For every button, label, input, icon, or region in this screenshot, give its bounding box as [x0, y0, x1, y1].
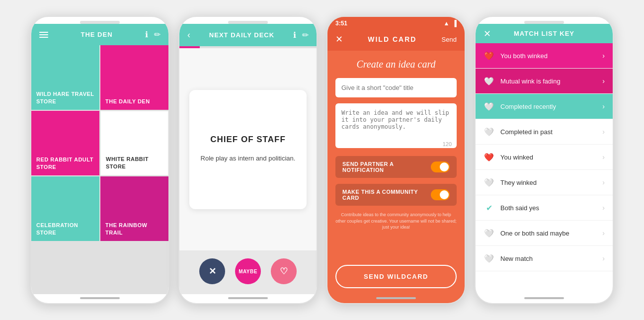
match-item-left-1: 🤍 Mutual wink is fading — [483, 76, 561, 86]
store-grid: WILD HARE TRAVEL STORE THE DAILY DEN RED… — [31, 45, 168, 294]
maybe-button[interactable]: MAYBE — [235, 258, 261, 284]
chevron-7: › — [602, 229, 605, 237]
match-item-maybe[interactable]: 🤍 One or both said maybe › — [476, 221, 613, 246]
chevron-5: › — [602, 178, 605, 186]
screen4-header: ✕ MATCH LIST KEY — [476, 24, 613, 43]
card-area: CHIEF OF STAFF Role play as intern and p… — [179, 48, 317, 250]
wildcard-subtitle: Create an idea card — [335, 59, 457, 70]
send-wildcard-button[interactable]: SEND WILDCARD — [335, 265, 457, 288]
card-title: CHIEF OF STAFF — [210, 135, 286, 145]
match-label-0: You both winked — [500, 52, 548, 60]
match-label-2: Completed recently — [500, 103, 556, 110]
grid-cell-wild-hare[interactable]: WILD HARE TRAVEL STORE — [31, 45, 99, 110]
close-match-icon[interactable]: ✕ — [483, 28, 491, 39]
card-body: Role play as intern and politician. — [201, 154, 296, 164]
screens-container: THE DEN ℹ ✏ WILD HARE TRAVEL STORE THE D… — [30, 16, 614, 304]
match-label-6: Both said yes — [500, 204, 539, 212]
match-item-you-winked[interactable]: ❤️ You winked › — [476, 145, 613, 170]
match-item-left-5: 🤍 They winked — [483, 177, 537, 188]
toggle-row-community: MAKE THIS A COMMUNITY CARD — [335, 184, 457, 206]
edit-icon2[interactable]: ✏ — [302, 30, 309, 40]
grid-cell-white-rabbit[interactable]: WHITE RABBIT STORE — [100, 111, 168, 175]
match-label-5: They winked — [500, 179, 537, 186]
match-label-7: One or both said maybe — [500, 230, 569, 237]
match-item-completed-past[interactable]: 🤍 Completed in past › — [476, 119, 613, 145]
match-item-left-7: 🤍 One or both said maybe — [483, 228, 569, 239]
heart-icon-4: ❤️ — [483, 152, 494, 162]
chevron-3: › — [602, 128, 605, 136]
screen3-title: WILD CARD — [368, 35, 416, 43]
community-note: Contribute ideas to the community anonym… — [335, 212, 457, 231]
cell-label-wild-hare: WILD HARE TRAVEL STORE — [36, 90, 94, 105]
screen3-phone: 3:51 ▲ ▐ ✕ WILD CARD Send Create an idea… — [326, 16, 466, 304]
match-label-fading: Mutual wink is fading — [500, 78, 561, 85]
match-list: ❤️ You both winked › 🤍 Mutual wink is fa… — [476, 43, 613, 294]
heart-icon-0: ❤️ — [483, 50, 494, 61]
toggle1-label: SEND PARTNER A NOTIFICATION — [342, 161, 431, 173]
match-item-both-yes[interactable]: ✔ Both said yes › — [476, 195, 613, 221]
wifi-icon: ▲ — [444, 20, 450, 27]
home-bar2 — [228, 297, 268, 299]
chevron-6: › — [602, 204, 605, 212]
heart-icon-8: 🤍 — [483, 253, 494, 264]
status-icons: ▲ ▐ — [444, 20, 457, 27]
match-item-you-both-winked[interactable]: ❤️ You both winked › — [476, 43, 613, 69]
match-item-new-match[interactable]: 🤍 New match › — [476, 246, 613, 271]
close-wildcard-icon[interactable]: ✕ — [335, 34, 343, 45]
toggle-knob2 — [440, 190, 449, 199]
screen4-title: MATCH LIST KEY — [514, 30, 574, 37]
screen3-status-bar: 3:51 ▲ ▐ — [327, 17, 465, 28]
cell-label-red-rabbit: RED RABBIT ADULT STORE — [36, 156, 94, 170]
heart-icon-7: 🤍 — [483, 228, 494, 239]
match-item-left-2: 🤍 Completed recently — [483, 101, 556, 112]
chevron-8: › — [602, 254, 605, 262]
match-item-they-winked[interactable]: 🤍 They winked › — [476, 170, 613, 195]
screen3-header: ✕ WILD CARD Send — [327, 28, 465, 51]
match-item-completed-recently[interactable]: 🤍 Completed recently › — [476, 94, 613, 119]
idea-textarea[interactable] — [335, 103, 457, 148]
toggle-notification[interactable] — [431, 161, 450, 172]
char-count: 120 — [443, 141, 452, 147]
screen1-phone: THE DEN ℹ ✏ WILD HARE TRAVEL STORE THE D… — [30, 16, 169, 304]
heart-icon-3: 🤍 — [483, 126, 494, 137]
grid-cell-red-rabbit[interactable]: RED RABBIT ADULT STORE — [31, 111, 99, 175]
chevron-2: › — [602, 102, 605, 110]
cell-label-celebration: CELEBRATION STORE — [36, 222, 94, 236]
chevron-4: › — [602, 153, 605, 161]
like-button[interactable]: ♡ — [271, 258, 297, 284]
match-item-left-6: ✔ Both said yes — [483, 202, 539, 213]
hamburger-icon[interactable] — [39, 32, 48, 38]
cell-label-daily-den: THE DAILY DEN — [105, 98, 150, 105]
match-label-3: Completed in past — [500, 128, 553, 136]
grid-cell-daily-den[interactable]: THE DAILY DEN — [100, 45, 168, 110]
screen2-title: NEXT DAILY DECK — [209, 31, 274, 39]
home-bar1 — [80, 297, 120, 299]
wildcard-content: Create an idea card 120 SEND PARTNER A N… — [327, 51, 465, 265]
action-bar: ✕ MAYBE ♡ — [179, 250, 317, 294]
grid-cell-celebration[interactable]: CELEBRATION STORE — [31, 176, 99, 241]
code-title-input[interactable] — [335, 78, 457, 97]
home-bar4 — [524, 297, 564, 299]
back-icon[interactable]: ‹ — [187, 30, 190, 40]
edit-icon[interactable]: ✏ — [154, 30, 161, 39]
heart-icon-2: 🤍 — [483, 101, 494, 112]
info-icon2[interactable]: ℹ — [293, 30, 296, 40]
screen2-phone: ‹ NEXT DAILY DECK ℹ ✏ CHIEF OF STAFF Rol… — [178, 16, 318, 304]
info-icon[interactable]: ℹ — [145, 30, 148, 39]
match-label-new-match: New match — [500, 255, 533, 262]
screen2-header: ‹ NEXT DAILY DECK ℹ ✏ — [179, 24, 317, 46]
toggle-knob1 — [440, 162, 449, 171]
reject-button[interactable]: ✕ — [199, 258, 225, 284]
match-label-4: You winked — [500, 154, 533, 161]
battery-icon: ▐ — [452, 20, 457, 27]
match-item-left-4: ❤️ You winked — [483, 152, 533, 162]
toggle2-label: MAKE THIS A COMMUNITY CARD — [342, 189, 431, 201]
screen4-phone: ✕ MATCH LIST KEY ❤️ You both winked › 🤍 … — [475, 16, 614, 304]
send-link[interactable]: Send — [442, 36, 457, 43]
toggle-community[interactable] — [431, 189, 450, 200]
match-item-fading[interactable]: 🤍 Mutual wink is fading › — [476, 69, 613, 94]
screen1-title: THE DEN — [80, 31, 112, 38]
grid-cell-rainbow-trail[interactable]: THE RAINBOW TRAIL — [100, 176, 168, 241]
status-time: 3:51 — [335, 20, 347, 27]
chevron-0: › — [602, 52, 605, 60]
